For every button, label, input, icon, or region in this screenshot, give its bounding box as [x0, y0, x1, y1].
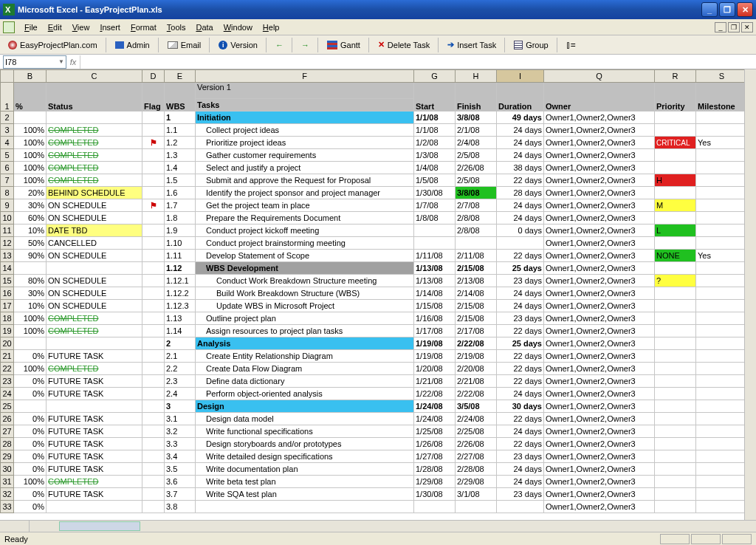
cell-duration[interactable]: 24 days	[497, 300, 544, 312]
insert-task-button[interactable]: ➔ Insert Task	[442, 38, 501, 52]
cell-milestone[interactable]	[696, 262, 748, 275]
cell-percent[interactable]: 90%	[14, 250, 47, 262]
cell-flag[interactable]	[142, 463, 165, 476]
cell-flag[interactable]	[142, 413, 165, 425]
cell-duration[interactable]: 22 days	[497, 438, 544, 450]
table-row[interactable]: 320%FUTURE TASK3.7Write SQA test plan1/3…	[1, 488, 748, 501]
cell-task[interactable]: Analysis	[196, 337, 414, 350]
cell-owner[interactable]: Owner1,Owner2,Owner3	[544, 149, 655, 162]
cell-finish[interactable]: 2/8/08	[456, 212, 497, 224]
cell-wbs[interactable]: 3.1	[165, 413, 196, 425]
cell-duration[interactable]: 24 days	[497, 463, 544, 476]
cell-task[interactable]: Write functional specifications	[196, 425, 414, 438]
cell-flag[interactable]	[142, 476, 165, 488]
cell-finish[interactable]: 2/4/08	[456, 137, 497, 149]
cell-start[interactable]	[414, 224, 456, 237]
header-priority[interactable]: Priority	[655, 83, 696, 112]
cell-finish[interactable]: 2/14/08	[456, 287, 497, 300]
cell-wbs[interactable]: 3.7	[165, 488, 196, 501]
cell-duration[interactable]: 0 days	[497, 224, 544, 237]
cell-percent[interactable]: 100%	[14, 325, 47, 337]
cell-status[interactable]: DATE TBD	[47, 224, 142, 237]
cell-start[interactable]: 1/16/08	[414, 312, 456, 325]
menu-help[interactable]: Help	[258, 21, 285, 33]
cell-start[interactable]: 1/7/08	[414, 199, 456, 212]
column-header-S[interactable]: S	[696, 70, 748, 83]
cell-finish[interactable]	[456, 501, 497, 513]
cell-flag[interactable]: ⚑	[142, 137, 165, 149]
row-header[interactable]: 12	[1, 237, 14, 250]
cell-wbs[interactable]: 1.14	[165, 325, 196, 337]
cell-owner[interactable]: Owner1,Owner2,Owner3	[544, 262, 655, 275]
cell-flag[interactable]	[142, 337, 165, 350]
cell-milestone[interactable]	[696, 400, 748, 413]
cell-flag[interactable]	[142, 149, 165, 162]
cell-milestone[interactable]	[696, 174, 748, 187]
cell-owner[interactable]: Owner1,Owner2,Owner3	[544, 275, 655, 287]
cell-duration[interactable]: 23 days	[497, 312, 544, 325]
table-row[interactable]: 4100%COMPLETED⚑1.2Prioritize project ide…	[1, 137, 748, 149]
row-header[interactable]: 22	[1, 363, 14, 375]
cell-status[interactable]: COMPLETED	[47, 124, 142, 137]
cell-owner[interactable]: Owner1,Owner2,Owner3	[544, 137, 655, 149]
cell-flag[interactable]	[142, 488, 165, 501]
cell-task[interactable]: Identify the project sponsor and project…	[196, 187, 414, 199]
cell-finish[interactable]: 3/8/08	[456, 112, 497, 124]
cell-status[interactable]: FUTURE TASK	[47, 438, 142, 450]
cell-priority[interactable]	[655, 463, 696, 476]
column-header-R[interactable]: R	[655, 70, 696, 83]
cell-priority[interactable]	[655, 501, 696, 513]
cell-priority[interactable]	[655, 363, 696, 375]
delete-task-button[interactable]: ✕ Delete Task	[373, 38, 435, 52]
cell-wbs[interactable]: 1.12.1	[165, 275, 196, 287]
cell-percent[interactable]: 20%	[14, 187, 47, 199]
cell-priority[interactable]: ?	[655, 275, 696, 287]
cell-wbs[interactable]: 1.5	[165, 174, 196, 187]
cell-start[interactable]: 1/5/08	[414, 174, 456, 187]
cell-task[interactable]: Perform object-oriented analysis	[196, 388, 414, 400]
row-header[interactable]: 15	[1, 275, 14, 287]
cell-task[interactable]: Define data dictionary	[196, 375, 414, 388]
cell-percent[interactable]: 100%	[14, 174, 47, 187]
cell-owner[interactable]: Owner1,Owner2,Owner3	[544, 187, 655, 199]
row-header[interactable]: 30	[1, 463, 14, 476]
cell-status[interactable]	[47, 501, 142, 513]
cell-milestone[interactable]	[696, 363, 748, 375]
cell-finish[interactable]: 2/27/08	[456, 450, 497, 463]
cell-flag[interactable]	[142, 425, 165, 438]
cell-finish[interactable]: 2/19/08	[456, 350, 497, 363]
cell-duration[interactable]: 24 days	[497, 149, 544, 162]
cell-status[interactable]: COMPLETED	[47, 162, 142, 174]
cell-finish[interactable]: 2/22/08	[456, 388, 497, 400]
cell-flag[interactable]	[142, 275, 165, 287]
group-button[interactable]: Group	[509, 38, 554, 52]
row-header[interactable]: 6	[1, 162, 14, 174]
cell-flag[interactable]	[142, 174, 165, 187]
header-wbs[interactable]: WBS	[165, 83, 196, 112]
cell-task[interactable]: Submit and approve the Request for Propo…	[196, 174, 414, 187]
cell-owner[interactable]: Owner1,Owner2,Owner3	[544, 450, 655, 463]
cell-priority[interactable]	[655, 400, 696, 413]
menu-window[interactable]: Window	[219, 21, 258, 33]
cell-status[interactable]: FUTURE TASK	[47, 375, 142, 388]
cell-milestone[interactable]	[696, 413, 748, 425]
cell-percent[interactable]: 30%	[14, 287, 47, 300]
cell-start[interactable]: 1/1/08	[414, 112, 456, 124]
cell-duration[interactable]: 24 days	[497, 425, 544, 438]
cell-owner[interactable]: Owner1,Owner2,Owner3	[544, 287, 655, 300]
cell-task[interactable]: Assign resources to project plan tasks	[196, 325, 414, 337]
cell-priority[interactable]: M	[655, 199, 696, 212]
cell-duration[interactable]: 22 days	[497, 250, 544, 262]
menu-data[interactable]: Data	[190, 21, 218, 33]
cell-start[interactable]: 1/13/08	[414, 275, 456, 287]
row-header[interactable]: 9	[1, 199, 14, 212]
cell-task[interactable]: Design data model	[196, 413, 414, 425]
table-row[interactable]: 141.12WBS Development1/13/082/15/0825 da…	[1, 262, 748, 275]
cell-wbs[interactable]: 1.6	[165, 187, 196, 199]
row-header[interactable]: 25	[1, 400, 14, 413]
cell-priority[interactable]	[655, 488, 696, 501]
cell-task[interactable]: Write beta test plan	[196, 476, 414, 488]
cell-duration[interactable]: 22 days	[497, 413, 544, 425]
cell-task[interactable]: Prioritize project ideas	[196, 137, 414, 149]
cell-milestone[interactable]	[696, 476, 748, 488]
